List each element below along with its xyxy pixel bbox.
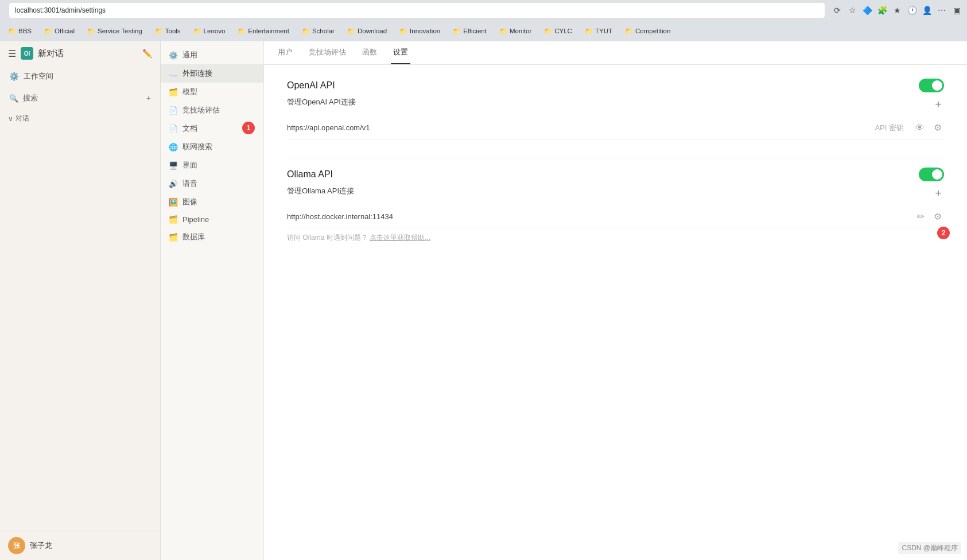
content-tab-设置[interactable]: 设置 xyxy=(391,41,410,64)
openai-eye-button[interactable]: 👁 xyxy=(913,122,927,134)
browser-tab-lenovo[interactable]: 📁Lenovo xyxy=(188,23,231,39)
settings-item-9[interactable]: 🗂️Pipeline xyxy=(161,211,263,228)
address-bar[interactable]: localhost:3001/admin/settings xyxy=(9,3,825,18)
settings-icon-5: 🌐 xyxy=(169,143,178,151)
refresh-icon[interactable]: ⟳ xyxy=(832,5,843,16)
settings-item-7[interactable]: 🔊语音 xyxy=(161,174,263,193)
ollama-api-section: Ollama API 管理Ollama API连接 + http://host.… xyxy=(287,168,944,243)
folder-icon: 📁 xyxy=(44,28,52,35)
ollama-toggle[interactable] xyxy=(919,168,944,181)
browser-tab-monitor[interactable]: 📁Monitor xyxy=(494,23,537,39)
content-tab-用户[interactable]: 用户 xyxy=(275,41,295,64)
edit-icon[interactable]: ✏️ xyxy=(142,49,152,58)
openai-toggle[interactable] xyxy=(919,79,944,92)
settings-item-6[interactable]: 🖥️界面 xyxy=(161,156,263,174)
ollama-edit-button[interactable]: ✏ xyxy=(915,210,927,223)
tab-label: TYUT xyxy=(595,28,612,34)
conv-toggle[interactable]: ∨ 对话 xyxy=(8,114,152,123)
folder-icon: 📁 xyxy=(499,28,507,35)
openai-connection-row: https://api.openai.com/v1 API 密钥 👁 ⚙ xyxy=(287,116,944,139)
folder-icon: 📁 xyxy=(193,28,201,35)
browser-tab-scholar[interactable]: 📁Scholar xyxy=(296,23,340,39)
search-plus-icon[interactable]: + xyxy=(146,94,151,103)
browser-tab-entertainment[interactable]: 📁Entertainment xyxy=(232,23,295,39)
watermark: CSDN @巅峰程序 xyxy=(898,542,961,554)
search-row[interactable]: 🔍 搜索 + xyxy=(5,90,156,107)
content-tabs: 用户竞技场评估函数设置 xyxy=(264,41,967,65)
menu-dots-icon[interactable]: ⋯ xyxy=(936,5,947,16)
history-icon[interactable]: 🕐 xyxy=(906,5,918,16)
tab-label: Download xyxy=(358,28,387,34)
extensions-icon[interactable]: 🧩 xyxy=(876,5,888,16)
settings-label-10: 数据库 xyxy=(182,232,205,242)
browser-titlebar: localhost:3001/admin/settings ⟳ ☆ 🔷 🧩 ★ … xyxy=(0,0,967,21)
openai-settings-button[interactable]: ⚙ xyxy=(931,121,944,134)
ollama-connection-row: http://host.docker.internal:11434 ✏ ⚙ xyxy=(287,205,944,228)
browser-tab-tools[interactable]: 📁Tools xyxy=(149,23,187,39)
ollama-settings-button[interactable]: ⚙ xyxy=(931,210,944,223)
openai-add-button[interactable]: + xyxy=(933,98,944,111)
content-tab-函数[interactable]: 函数 xyxy=(360,41,379,64)
ollama-api-title: Ollama API xyxy=(287,169,333,180)
user-name: 张子龙 xyxy=(30,540,52,551)
openai-url: https://api.openai.com/v1 xyxy=(287,123,875,132)
ollama-api-row: Ollama API xyxy=(287,168,944,181)
settings-icon-2: 🗂️ xyxy=(169,88,178,96)
chevron-down-icon: ∨ xyxy=(8,115,13,123)
settings-item-8[interactable]: 🖼️图像 xyxy=(161,193,263,211)
ollama-add-button[interactable]: + xyxy=(933,187,944,200)
browser-tab-innovation[interactable]: 📁Innovation xyxy=(394,23,446,39)
tab-label: Service Testing xyxy=(98,28,142,34)
avatar-initials: 张 xyxy=(13,541,20,551)
browser-tab-official[interactable]: 📁Official xyxy=(38,23,80,39)
browser-tab-cylc[interactable]: 📁CYLC xyxy=(538,23,578,39)
profile-icon[interactable]: 👤 xyxy=(921,5,933,16)
openai-api-actions: 👁 ⚙ xyxy=(913,121,944,134)
folder-icon: 📁 xyxy=(87,28,95,35)
star-icon[interactable]: ☆ xyxy=(846,5,858,16)
settings-item-10[interactable]: 🗂️数据库 xyxy=(161,228,263,246)
settings-label-3: 竞技场评估 xyxy=(182,105,220,115)
content-tab-竞技场评估[interactable]: 竞技场评估 xyxy=(306,41,348,64)
settings-content: OpenAI API 管理OpenAI API连接 + https://api.… xyxy=(264,65,967,560)
chat-header-left: ☰ OI 新对话 xyxy=(8,47,64,60)
search-icon: 🔍 xyxy=(9,94,18,103)
workspace-item[interactable]: ⚙️ 工作空间 xyxy=(5,68,156,85)
ollama-help-link[interactable]: 点击这里获取帮助... xyxy=(370,234,430,242)
settings-item-5[interactable]: 🌐联网搜索 xyxy=(161,138,263,156)
browser-tab-service-testing[interactable]: 📁Service Testing xyxy=(81,23,148,39)
favorites-icon[interactable]: ★ xyxy=(891,5,903,16)
settings-icon-9: 🗂️ xyxy=(169,215,178,224)
folder-icon: 📁 xyxy=(453,28,461,35)
folder-icon: 📁 xyxy=(625,28,633,35)
browser-tab-competition[interactable]: 📁Competition xyxy=(619,23,676,39)
settings-item-0[interactable]: ⚙️通用 xyxy=(161,46,263,64)
new-chat-label[interactable]: 新对话 xyxy=(38,48,64,59)
settings-icon-0: ⚙️ xyxy=(169,51,178,60)
browser-icon-1[interactable]: 🔷 xyxy=(861,5,873,16)
openai-manage-label: 管理OpenAI API连接 xyxy=(287,97,356,107)
tab-label: CYLC xyxy=(554,28,572,34)
address-text: localhost:3001/admin/settings xyxy=(15,6,106,14)
menu-icon[interactable]: ☰ xyxy=(8,48,16,59)
conversations-section: ∨ 对话 xyxy=(0,109,160,126)
settings-icon-7: 🔊 xyxy=(169,180,178,188)
sidebar-toggle-icon[interactable]: ▣ xyxy=(951,5,962,16)
browser-tab-tyut[interactable]: 📁TYUT xyxy=(579,23,618,39)
settings-item-2[interactable]: 🗂️模型 xyxy=(161,83,263,101)
settings-item-3[interactable]: 📄竞技场评估 xyxy=(161,101,263,119)
settings-icon-6: 🖥️ xyxy=(169,161,178,170)
openai-api-section: OpenAI API 管理OpenAI API连接 + https://api.… xyxy=(287,79,944,139)
browser-tab-download[interactable]: 📁Download xyxy=(341,23,393,39)
settings-sidebar: ⚙️通用☁️外部连接🗂️模型📄竞技场评估📄文档🌐联网搜索🖥️界面🔊语音🖼️图像🗂… xyxy=(161,41,264,560)
settings-label-2: 模型 xyxy=(182,87,197,97)
settings-label-8: 图像 xyxy=(182,197,197,207)
browser-tab-bbs[interactable]: 📁BBS xyxy=(2,23,37,39)
tab-bar: 📁BBS📁Official📁Service Testing📁Tools📁Leno… xyxy=(0,21,967,41)
folder-icon: 📁 xyxy=(302,28,310,35)
tab-label: Scholar xyxy=(312,28,335,34)
settings-item-1[interactable]: ☁️外部连接 xyxy=(161,64,263,83)
browser-tab-efficient[interactable]: 📁Efficient xyxy=(447,23,492,39)
tab-label: BBS xyxy=(18,28,32,34)
search-section: 🔍 搜索 + xyxy=(0,87,160,109)
